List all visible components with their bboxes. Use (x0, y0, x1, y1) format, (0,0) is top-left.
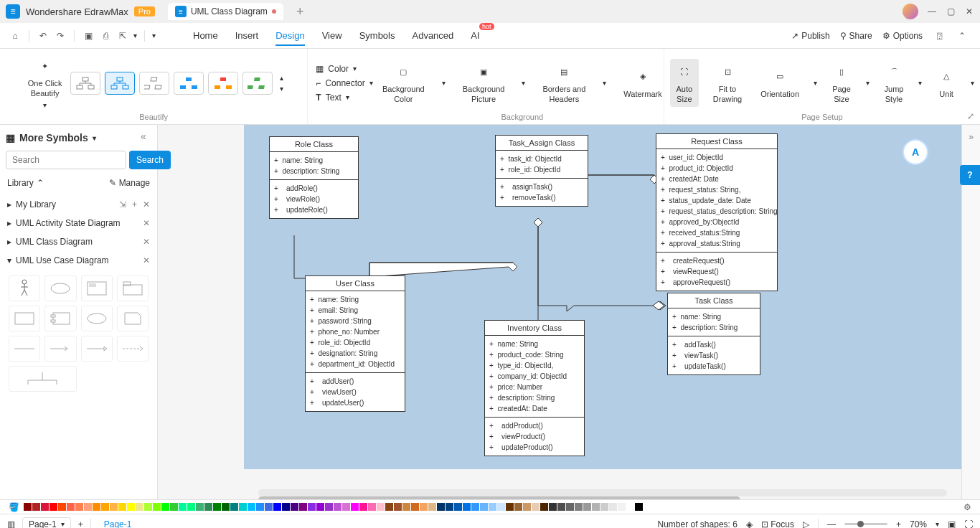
focus-toggle[interactable]: ⊡ Focus (761, 519, 794, 529)
beautify-up-icon[interactable]: ▴ (280, 74, 283, 82)
help-tab[interactable]: ? (960, 165, 980, 185)
unit-button[interactable]: △Unit (932, 64, 961, 102)
sidebar-title[interactable]: ▦ More Symbols ▾ (6, 132, 151, 143)
color-swatch[interactable] (385, 503, 393, 511)
one-click-beautify-button[interactable]: ✦ One Click Beautify ▾ (24, 53, 67, 112)
uml-role-class[interactable]: Role Class + name: String + description:… (269, 136, 359, 219)
color-swatch[interactable] (299, 503, 307, 511)
beautify-style-1[interactable] (70, 72, 100, 95)
unit-chevron-icon[interactable]: ▾ (971, 79, 974, 87)
zoom-in-button[interactable]: + (896, 519, 901, 529)
color-swatch[interactable] (583, 503, 591, 511)
auto-size-button[interactable]: ⛶Auto Size (670, 59, 699, 106)
shape-line[interactable] (9, 336, 40, 362)
color-swatch[interactable] (110, 503, 118, 511)
color-swatch[interactable] (265, 503, 273, 511)
notification-icon[interactable]: ⍰ (933, 29, 946, 42)
menu-insert[interactable]: Insert (235, 26, 259, 45)
shape-fork[interactable] (9, 366, 77, 392)
zoom-level[interactable]: 70% (910, 519, 927, 529)
color-swatch[interactable] (575, 503, 583, 511)
color-swatch[interactable] (101, 503, 109, 511)
redo-icon[interactable]: ↷ (54, 29, 67, 42)
beautify-style-6[interactable] (242, 72, 273, 95)
shape-system[interactable] (81, 275, 113, 301)
beautify-style-5[interactable] (208, 72, 238, 95)
color-swatch[interactable] (377, 503, 385, 511)
color-swatch[interactable] (248, 503, 255, 511)
library-toggle[interactable]: Library ⌃ (7, 178, 44, 188)
options-button[interactable]: ⚙ Options (882, 31, 923, 41)
color-settings-icon[interactable]: ⚙ (963, 502, 971, 512)
uml-task-assign-class[interactable]: Task_Assign Class + task_id: ObjectId + … (495, 135, 588, 207)
color-swatch[interactable] (127, 503, 135, 511)
menu-design[interactable]: Design (275, 26, 304, 45)
shape-ellipse[interactable] (81, 306, 113, 331)
color-swatch[interactable] (532, 503, 540, 511)
color-swatch[interactable] (523, 503, 531, 511)
shape-package[interactable] (117, 275, 149, 301)
color-swatch[interactable] (557, 503, 565, 511)
close-icon[interactable]: ✕ (964, 6, 974, 16)
layers-icon[interactable]: ◈ (746, 519, 753, 529)
color-swatch[interactable] (411, 503, 419, 511)
fill-bucket-icon[interactable]: 🪣 (9, 502, 19, 512)
avatar[interactable] (903, 4, 918, 19)
text-dropdown[interactable]: T Text ▾ (316, 93, 372, 103)
print-icon[interactable]: ⎙ (99, 29, 112, 42)
color-swatch[interactable] (196, 503, 204, 511)
borders-chevron-icon[interactable]: ▾ (603, 79, 606, 87)
color-swatch[interactable] (471, 503, 479, 511)
beautify-down-icon[interactable]: ▾ (280, 85, 283, 93)
import-icon[interactable]: ⇲ (119, 199, 126, 209)
uml-task-class[interactable]: Task Class + name: String + description:… (667, 293, 760, 375)
color-swatch[interactable] (291, 503, 298, 511)
expand-right-icon[interactable]: » (969, 132, 974, 142)
color-swatch[interactable] (618, 503, 626, 511)
shape-rect[interactable] (9, 306, 40, 331)
color-swatch[interactable] (187, 503, 195, 511)
color-swatch[interactable] (50, 503, 57, 511)
color-swatch[interactable] (609, 503, 617, 511)
close-section-icon[interactable]: ✕ (143, 199, 150, 209)
beautify-style-3[interactable] (139, 72, 169, 95)
symbol-search-input[interactable] (6, 151, 126, 169)
color-swatch[interactable] (480, 503, 488, 511)
collapse-sidebar-icon[interactable]: « (141, 131, 146, 142)
save-icon[interactable]: ▣ (82, 29, 95, 42)
color-swatch[interactable] (506, 503, 514, 511)
jump-chevron-icon[interactable]: ▾ (918, 79, 922, 87)
orientation-chevron-icon[interactable]: ▾ (814, 79, 817, 87)
close-section-icon[interactable]: ✕ (143, 237, 150, 247)
orientation-button[interactable]: ▭Orientation (756, 64, 804, 102)
uml-request-class[interactable]: Request Class + user_id: ObjectId + prod… (656, 133, 778, 291)
shape-dashed-arrow[interactable] (117, 336, 149, 362)
menu-ai[interactable]: AI hot (471, 26, 479, 45)
color-swatch[interactable] (93, 503, 100, 511)
fit-page-icon[interactable]: ▣ (948, 519, 956, 529)
manage-library-button[interactable]: ✎ Manage (109, 178, 150, 188)
share-button[interactable]: ⚲ Share (840, 31, 872, 41)
collapse-ribbon-icon[interactable]: ⌃ (956, 29, 969, 42)
watermark-button[interactable]: ◈Watermark (619, 64, 666, 102)
color-swatch[interactable] (213, 503, 221, 511)
menu-home[interactable]: Home (193, 26, 218, 45)
shape-open-arrow[interactable] (81, 336, 113, 362)
color-swatch[interactable] (334, 503, 341, 511)
home-icon[interactable]: ⌂ (9, 29, 22, 42)
color-swatch[interactable] (437, 503, 445, 511)
color-swatch[interactable] (308, 503, 316, 511)
menu-view[interactable]: View (322, 26, 342, 45)
shape-use-case[interactable] (44, 275, 76, 301)
color-swatch[interactable] (368, 503, 376, 511)
color-swatch[interactable] (600, 503, 608, 511)
color-swatch[interactable] (626, 503, 634, 511)
color-swatch[interactable] (222, 503, 230, 511)
horizontal-scrollbar[interactable] (258, 489, 947, 496)
shape-arrow[interactable] (44, 336, 76, 362)
color-swatch[interactable] (446, 503, 453, 511)
color-swatch[interactable] (170, 503, 178, 511)
add-icon[interactable]: + (132, 199, 137, 209)
color-swatch[interactable] (420, 503, 428, 511)
color-swatch[interactable] (635, 503, 643, 511)
